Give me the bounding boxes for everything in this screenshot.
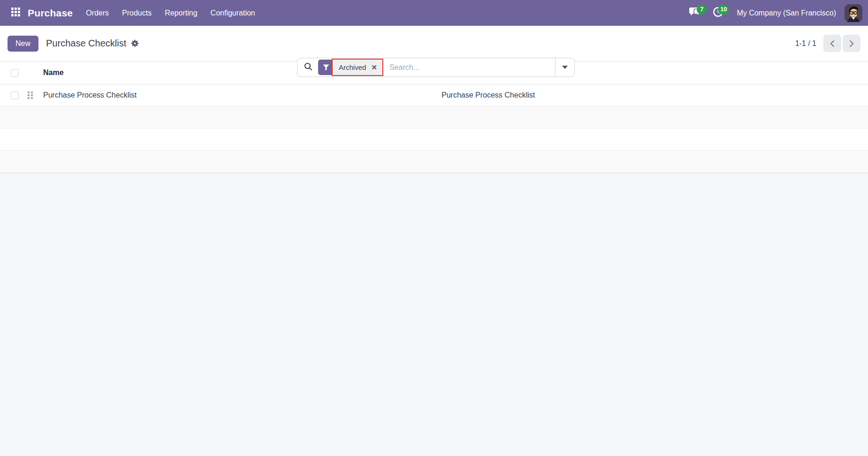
- drag-handle-icon[interactable]: [28, 91, 33, 99]
- content-background: [0, 173, 868, 456]
- activities-count-badge: 10: [718, 5, 729, 15]
- apps-menu-button[interactable]: [0, 0, 26, 26]
- new-button[interactable]: New: [8, 36, 38, 52]
- caret-down-icon: [562, 66, 568, 69]
- chevron-left-icon: [830, 40, 835, 47]
- menu-item-products[interactable]: Products: [115, 5, 158, 21]
- activities-button[interactable]: 10: [709, 4, 726, 23]
- pager-next-button[interactable]: [843, 35, 860, 52]
- search-facet-archived: Archived ✕: [318, 59, 383, 76]
- empty-stripe-row: [0, 129, 868, 151]
- gear-icon[interactable]: [131, 39, 139, 47]
- control-panel: New Purchase Checklist: [0, 26, 868, 61]
- empty-stripe-row: [0, 151, 868, 173]
- list-view: Name Description Purchase Process Checkl…: [0, 61, 868, 173]
- row-name-cell[interactable]: Purchase Process Checklist: [43, 91, 442, 99]
- facet-label: Archived: [339, 63, 366, 71]
- table-row[interactable]: Purchase Process Checklist Purchase Proc…: [0, 84, 868, 106]
- row-checkbox[interactable]: [11, 91, 19, 99]
- row-description-cell[interactable]: Purchase Process Checklist: [442, 91, 868, 99]
- company-switcher[interactable]: My Company (San Francisco): [737, 9, 836, 17]
- select-all-checkbox[interactable]: [11, 69, 19, 77]
- chevron-right-icon: [849, 40, 854, 47]
- menu-item-configuration[interactable]: Configuration: [204, 5, 262, 21]
- messages-button[interactable]: 7: [687, 4, 704, 23]
- top-navbar: Purchase Orders Products Reporting Confi…: [0, 0, 868, 26]
- search-icon: [304, 62, 312, 73]
- empty-stripe-row: [0, 106, 868, 129]
- facet-values-highlighted: Archived ✕: [332, 59, 383, 76]
- pager-range: 1-1 / 1: [795, 39, 816, 48]
- pager-previous-button[interactable]: [823, 35, 841, 52]
- app-brand[interactable]: Purchase: [28, 8, 73, 19]
- facet-remove-icon[interactable]: ✕: [371, 64, 377, 71]
- search-bar: Archived ✕: [297, 58, 575, 77]
- menu-item-reporting[interactable]: Reporting: [158, 5, 204, 21]
- search-input[interactable]: [389, 63, 555, 72]
- search-options-toggle[interactable]: [555, 58, 574, 76]
- messages-count-badge: 7: [697, 5, 707, 15]
- pager: 1-1 / 1: [795, 26, 860, 61]
- user-avatar[interactable]: [845, 4, 862, 22]
- page-title: Purchase Checklist: [46, 38, 126, 49]
- menu-item-orders[interactable]: Orders: [79, 5, 115, 21]
- apps-grid-icon: [11, 8, 20, 18]
